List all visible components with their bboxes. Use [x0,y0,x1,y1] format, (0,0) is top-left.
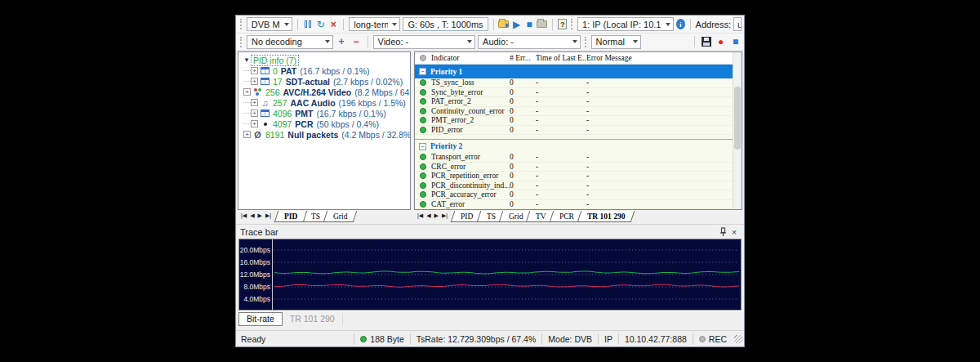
scrollbar-thumb[interactable] [734,87,741,150]
tree-item-pat[interactable]: + 0 PAT (16.7 kbps / 0.1%) [242,65,410,76]
tree-root[interactable]: ▼ PID info (7) [242,55,410,65]
main-split: ▼ PID info (7) + 0 PAT (16.7 kbps / 0.1%… [236,51,744,224]
video-select[interactable]: Video: - [373,35,476,49]
table-row[interactable]: PCR_accuracy_error 0 - - [415,190,742,200]
vertical-scrollbar[interactable] [733,52,742,209]
toolbar-gripper[interactable] [240,19,243,29]
y-tick-label: 8.0Mbps [243,283,270,291]
folder-icon[interactable] [537,18,547,30]
table-row[interactable]: PAT_error_2 0 - - [415,97,742,107]
expand-icon[interactable]: + [251,99,258,106]
toolbar-separator [297,19,298,30]
ok-dot-icon [420,108,426,114]
tree-item-null[interactable]: + Ø 8191 Null packets (4.2 Mbps / 32.8%) [242,129,410,140]
tab-nav-first[interactable]: |◀ [417,212,423,219]
table-row[interactable]: PCR_discontinuity_ind... 0 - - [415,181,742,191]
chevron-down-icon [633,40,638,43]
stop-record-icon[interactable]: ■ [729,36,742,48]
info-icon[interactable]: i [676,19,685,29]
table-row[interactable]: Transport_error 0 - - [415,153,742,163]
table-row[interactable]: CAT_error 0 - - [415,200,742,210]
tab-pid[interactable]: PID [274,211,308,222]
table-row[interactable]: Continuity_count_error 0 - - [415,107,742,117]
tree-item-pmt[interactable]: + 4096 PMT (16.7 kbps / 0.1%) [242,108,410,118]
collapse-icon[interactable]: − [419,68,426,75]
sync-icon[interactable]: ↻ [316,18,326,30]
decoding-select[interactable]: No decoding [247,35,333,49]
address-input[interactable]: udp://10.10.42 [733,17,742,31]
audio-select[interactable]: Audio: - [478,35,581,49]
record-icon[interactable]: ● [715,36,727,48]
chevron-down-icon [325,40,330,43]
stop-icon[interactable]: ■ [524,18,534,30]
collapse-icon[interactable]: − [419,143,426,150]
table-row[interactable]: PID_error 0 - - [415,126,742,136]
expand-icon[interactable]: + [243,131,251,138]
input-select[interactable]: 1: IP (Local IP: 10.10.42.77) [577,17,674,31]
remove-icon[interactable]: − [350,36,363,48]
status-bar: Ready 188 Byte TsRate: 12.729.309bps / 6… [236,330,744,346]
table-icon [260,66,270,75]
toolbar-separator [368,36,368,47]
tab-nav-first[interactable]: |◀ [241,212,247,219]
tab-grid[interactable]: Grid [323,211,357,222]
indicator-table: Indicator # Err... Time of Last E... Err… [415,52,742,209]
pause-icon[interactable] [303,18,313,30]
table-row[interactable]: CRC_error 0 - - [415,163,742,172]
resize-grip[interactable] [734,335,742,343]
clear-icon[interactable]: × [328,18,338,30]
tree-root-label: PID info [253,56,283,65]
table-row[interactable]: PMT_error_2 0 - - [415,116,742,126]
tree-item-audio[interactable]: + ♫ 257 AAC Audio (196 kbps / 1.5%) [242,97,410,108]
save-icon[interactable] [700,36,712,48]
table-icon [260,77,270,86]
pid-tree-body: ▼ PID info (7) + 0 PAT (16.7 kbps / 0.1%… [238,51,411,210]
col-time[interactable]: Time of Last E... [536,54,586,62]
mode-select[interactable]: DVB Mode [247,17,292,31]
table-row[interactable]: Sync_byte_error 0 - - [415,88,742,98]
table-row[interactable]: TS_sync_loss 0 - - [415,78,742,88]
tab-nav-last[interactable]: ▶| [265,212,271,219]
toolbar-gripper[interactable] [585,37,587,47]
tree-item-pcr[interactable]: + 4097 PCR (50 kbps / 0.4%) [242,118,410,129]
tab-nav-last[interactable]: ▶| [442,212,448,219]
help-icon[interactable]: ? [558,19,567,29]
toolbar-gripper[interactable] [571,19,573,29]
tab-bitrate[interactable]: Bit-rate [238,312,283,326]
chart-plot-area [272,239,741,310]
ok-dot-icon [420,89,426,96]
tree-item-video[interactable]: + 256 AVC/H.264 Video (8.2 Mbps / 64.7%) [242,87,410,97]
profile-select[interactable]: Normal [591,35,642,49]
pcr-dot-icon [260,119,270,128]
open-capture-icon[interactable] [498,18,509,30]
section-priority-2[interactable]: − Priority 2 [415,139,742,153]
term-select[interactable]: long-term [349,17,400,31]
close-icon[interactable]: × [728,226,740,238]
gop-time-button[interactable]: G: 60s , T: 1000ms [403,17,488,31]
tab-nav-prev[interactable]: ◀ [250,212,254,219]
tab-nav-prev[interactable]: ◀ [426,212,430,219]
ok-dot-icon [420,163,426,170]
expand-icon[interactable]: + [251,109,258,117]
col-indicator[interactable]: Indicator [431,54,510,62]
section-priority-1[interactable]: − Priority 1 [415,65,742,78]
tree-item-sdt[interactable]: + 17 SDT-actual (2.7 kbps / 0.02%) [242,76,410,87]
tab-nav-next[interactable]: ▶ [258,212,262,219]
expand-icon[interactable]: + [251,78,258,85]
col-errors[interactable]: # Err... [510,54,536,62]
play-icon[interactable]: ▶ [511,18,521,30]
expand-icon[interactable]: + [251,120,258,127]
right-tabstrip: |◀ ◀ ▶ ▶| PID TS Grid TV PCR TR 101 290 [414,210,742,224]
table-row[interactable]: PCR_repetition_error 0 - - [415,172,742,181]
col-message[interactable]: Error Message [586,54,742,62]
pin-icon[interactable] [717,226,728,238]
expand-icon[interactable]: + [251,67,258,74]
expand-icon[interactable]: + [243,88,251,96]
tab-tr101290[interactable]: TR 101 290 [577,211,635,222]
add-icon[interactable]: + [336,36,348,48]
toolbar-gripper[interactable] [240,37,243,47]
tab-nav-next[interactable]: ▶ [434,212,439,219]
status-dot-icon [420,55,426,61]
ok-dot-icon [420,127,426,133]
tab-tr101290-bottom[interactable]: TR 101 290 [283,313,343,325]
